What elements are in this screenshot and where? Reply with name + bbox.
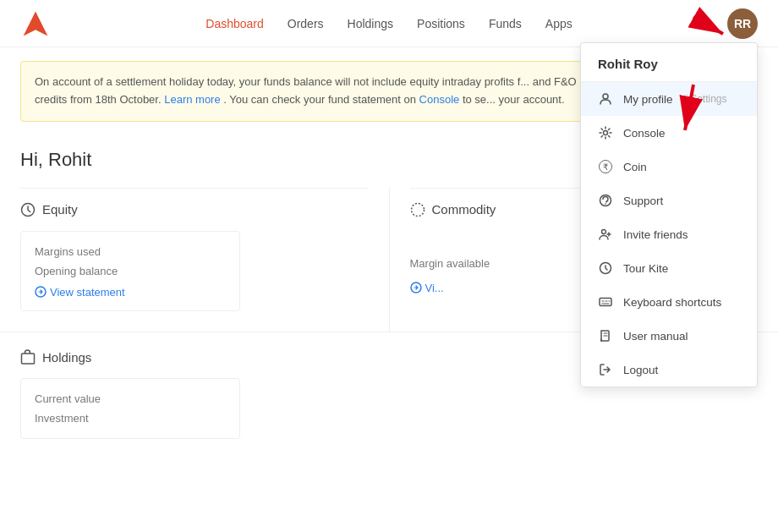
commodity-view-stmt-label: Vi... xyxy=(425,282,444,294)
nav-right: RR xyxy=(727,8,758,39)
dropdown-item-console[interactable]: Console xyxy=(581,116,757,150)
dropdown-label-support: Support xyxy=(623,195,663,207)
invite-friends-icon xyxy=(598,227,613,242)
equity-section: Equity Margins used Opening balance View… xyxy=(20,188,369,332)
equity-card: Margins used Opening balance View statem… xyxy=(20,231,240,312)
dropdown-item-my-profile[interactable]: My profile / Settings xyxy=(581,82,757,116)
dropdown-item-tour-kite[interactable]: Tour Kite xyxy=(581,251,757,285)
view-stmt-icon xyxy=(35,286,47,298)
investment-row: Investment xyxy=(35,409,226,428)
margins-used-row: Margins used xyxy=(35,242,226,261)
nav-holdings[interactable]: Holdings xyxy=(348,17,393,30)
commodity-label: Commodity xyxy=(432,202,496,217)
section-divider xyxy=(389,188,390,332)
nav-orders[interactable]: Orders xyxy=(288,17,324,30)
equity-view-stmt-label: View statement xyxy=(50,286,125,299)
holdings-label: Holdings xyxy=(42,350,91,365)
nav-funds[interactable]: Funds xyxy=(489,17,522,30)
dropdown-item-logout[interactable]: Logout xyxy=(581,353,757,387)
nav-dashboard[interactable]: Dashboard xyxy=(205,17,264,30)
dropdown-label-user-manual: User manual xyxy=(623,330,688,343)
dropdown-label-coin: Coin xyxy=(623,161,647,173)
avatar-initials: RR xyxy=(734,17,751,30)
margin-available-label: Margin available xyxy=(410,257,490,270)
current-value-row: Current value xyxy=(35,389,226,409)
console-link[interactable]: Console xyxy=(419,93,460,106)
dropdown-item-keyboard-shortcuts[interactable]: Keyboard shortcuts xyxy=(581,285,757,319)
dropdown-item-user-manual[interactable]: User manual xyxy=(581,319,757,353)
investment-label: Investment xyxy=(35,412,89,425)
support-icon xyxy=(598,193,613,208)
equity-label: Equity xyxy=(42,202,78,217)
current-value-label: Current value xyxy=(35,392,101,405)
avatar[interactable]: RR xyxy=(727,8,758,39)
svg-point-10 xyxy=(411,203,424,216)
alert-text-2: . You can check your fund statement on xyxy=(223,93,419,106)
gear-icon xyxy=(598,125,613,140)
commodity-view-icon xyxy=(410,282,422,293)
nav-positions[interactable]: Positions xyxy=(417,17,465,30)
person-icon xyxy=(598,91,613,107)
book-icon xyxy=(598,328,613,343)
coin-icon: ₹ xyxy=(598,159,613,174)
logo[interactable] xyxy=(20,8,51,39)
dropdown-username: Rohit Roy xyxy=(581,43,757,82)
alert-banner: On account of a settlement holiday today… xyxy=(20,61,612,122)
tour-icon xyxy=(598,261,613,276)
dropdown-item-invite-friends[interactable]: Invite friends xyxy=(581,217,757,251)
keyboard-icon xyxy=(598,294,613,310)
dropdown-label-my-profile: My profile xyxy=(623,93,673,106)
learn-more-link[interactable]: Learn more xyxy=(164,93,220,106)
svg-point-2 xyxy=(604,131,608,135)
svg-marker-0 xyxy=(24,11,48,36)
commodity-icon xyxy=(410,202,425,217)
svg-point-1 xyxy=(603,94,608,99)
equity-icon xyxy=(20,202,36,217)
navbar: Dashboard Orders Holdings Positions Fund… xyxy=(0,0,778,47)
dropdown-item-coin[interactable]: ₹ Coin xyxy=(581,150,757,184)
svg-point-4 xyxy=(605,203,606,205)
dropdown-label-console: Console xyxy=(623,127,666,140)
dropdown-label-tour-kite: Tour Kite xyxy=(623,262,668,275)
dropdown-label-invite-friends: Invite friends xyxy=(623,228,688,241)
svg-point-5 xyxy=(602,230,606,234)
svg-rect-12 xyxy=(22,354,35,364)
equity-view-statement[interactable]: View statement xyxy=(35,286,125,299)
opening-balance-label: Opening balance xyxy=(35,265,118,277)
nav-links: Dashboard Orders Holdings Positions Fund… xyxy=(205,17,572,30)
user-dropdown-menu: Rohit Roy My profile / Settings Console xyxy=(580,42,758,387)
dropdown-sub-settings: / Settings xyxy=(685,93,727,105)
dropdown-item-support[interactable]: Support xyxy=(581,184,757,217)
logout-icon xyxy=(598,362,613,377)
nav-apps[interactable]: Apps xyxy=(545,17,573,30)
margins-used-label: Margins used xyxy=(35,245,101,258)
holdings-card: Current value Investment xyxy=(20,378,240,439)
dropdown-label-keyboard-shortcuts: Keyboard shortcuts xyxy=(623,296,721,309)
alert-text-3: to se... your account. xyxy=(463,93,565,106)
equity-title: Equity xyxy=(20,202,369,217)
dropdown-label-logout: Logout xyxy=(623,364,658,376)
holdings-icon xyxy=(20,349,36,365)
svg-rect-7 xyxy=(600,299,611,306)
opening-balance-row: Opening balance xyxy=(35,261,226,281)
commodity-view-statement[interactable]: Vi... xyxy=(410,282,444,294)
